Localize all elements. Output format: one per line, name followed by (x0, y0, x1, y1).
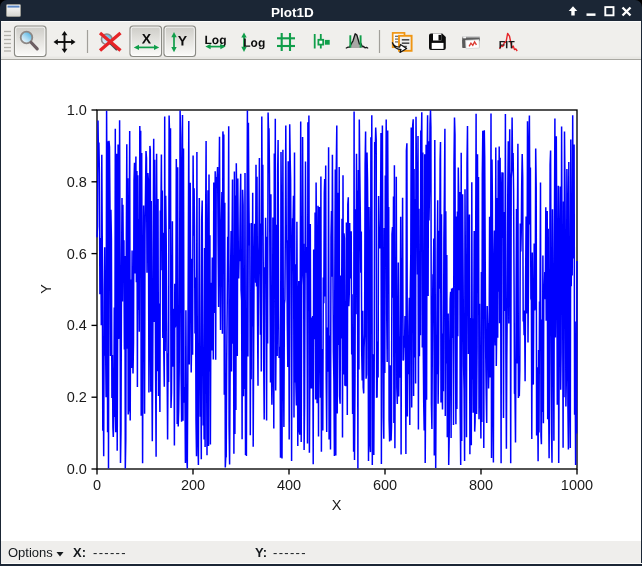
svg-text:0.4: 0.4 (67, 317, 87, 333)
svg-text:0.6: 0.6 (67, 246, 87, 262)
svg-text:400: 400 (277, 477, 301, 493)
svg-text:Log: Log (204, 33, 226, 47)
svg-text:FIT: FIT (499, 38, 515, 50)
svg-text:0.0: 0.0 (67, 461, 87, 477)
svg-text:200: 200 (181, 477, 205, 493)
svg-text:0.8: 0.8 (67, 174, 87, 190)
svg-text:0: 0 (93, 477, 101, 493)
svg-text:Y: Y (38, 284, 54, 294)
svg-text:1.0: 1.0 (67, 102, 87, 118)
svg-text:0.2: 0.2 (67, 389, 87, 405)
svg-text:Log: Log (243, 36, 265, 50)
svg-text:X: X (332, 497, 342, 513)
svg-text:Y: Y (178, 32, 188, 48)
svg-text:600: 600 (373, 477, 397, 493)
svg-text:800: 800 (469, 477, 493, 493)
svg-text:1000: 1000 (561, 477, 593, 493)
svg-text:X: X (142, 30, 152, 46)
